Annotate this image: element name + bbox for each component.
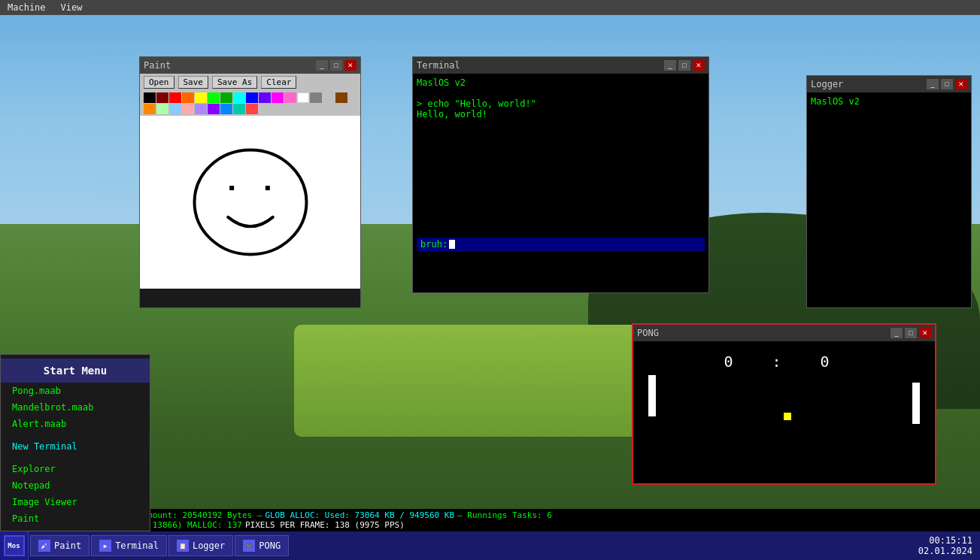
taskbar-logger-label: Logger [193,540,225,551]
color-lightgreen[interactable] [156,104,168,114]
color-orange[interactable] [182,92,194,103]
paint-taskbar-icon: 🖌 [38,540,50,552]
paint-saveas-btn[interactable]: Save As [212,76,257,89]
paint-close[interactable]: ✕ [344,60,357,71]
logger-body: MaslOS v2 [807,92,971,307]
menu-machine[interactable]: Machine [0,2,53,13]
status-tasks: – Runnings Tasks: 6 [457,510,552,520]
paint-controls: _ □ ✕ [316,60,357,71]
color-yellow[interactable] [195,92,207,103]
logger-window: Logger _ □ ✕ MaslOS v2 [806,75,972,308]
pong-score-right: 0 [821,353,845,371]
pong-ball [784,413,791,420]
color-lightorange[interactable] [144,104,156,114]
svg-rect-2 [265,186,270,190]
terminal-title: Terminal [417,60,460,71]
color-purple[interactable] [259,92,271,103]
logger-controls: _ □ ✕ [927,79,967,89]
pong-maximize[interactable]: □ [905,328,917,338]
color-red[interactable] [169,92,181,103]
paint-open-btn[interactable]: Open [144,76,174,89]
terminal-body[interactable]: MaslOS v2 > echo "Hello, world!" Hello, … [413,74,708,292]
color-brown[interactable] [335,92,347,103]
paint-maximize[interactable]: □ [330,60,342,71]
color-black[interactable] [144,92,156,103]
logger-minimize[interactable]: _ [927,79,939,89]
start-menu-pong[interactable]: Pong.maab [1,383,150,399]
color-salmon[interactable] [246,104,258,114]
logger-close[interactable]: ✕ [955,79,967,89]
terminal-prompt: bruh: [420,239,448,250]
terminal-maximize[interactable]: □ [678,60,690,71]
start-menu-divider1 [1,432,150,438]
status-glob: GLOB ALLOC: Used: 73064 KB / 949560 KB [265,510,454,520]
taskbar: Mos 🖌 Paint ▶ Terminal 📋 Logger 🎮 PONG 0… [0,531,980,560]
color-lightblue[interactable] [169,104,181,114]
logger-titlebar: Logger _ □ ✕ [807,76,971,92]
pong-minimize[interactable]: _ [890,328,903,338]
color-palette [140,91,360,116]
color-violet[interactable] [208,104,220,114]
taskbar-terminal[interactable]: ▶ Terminal [91,535,167,556]
taskbar-datetime: 00:15:11 02.01.2024 [918,535,980,556]
color-green[interactable] [220,92,232,103]
pong-score-left: 0 [724,353,748,371]
logger-taskbar-icon: 📋 [177,540,189,552]
paint-minimize[interactable]: _ [316,60,328,71]
terminal-cmd: > echo "Hello, world!" [417,98,705,109]
terminal-minimize[interactable]: _ [664,60,676,71]
start-menu-imageviewer[interactable]: Image Viewer [1,494,150,510]
paint-toolbar: Open Save Save As Clear [140,74,360,91]
pong-title: PONG [637,328,659,338]
logger-maximize[interactable]: □ [941,79,953,89]
start-menu: Start Menu Pong.maab Mandelbrot.maab Ale… [0,354,150,531]
svg-point-0 [195,150,307,254]
terminal-close[interactable]: ✕ [693,60,705,71]
pong-close[interactable]: ✕ [919,328,931,338]
paint-titlebar: Paint _ □ ✕ [140,57,360,74]
pong-taskbar-icon: 🎮 [243,540,255,552]
start-menu-notepad[interactable]: Notepad [1,477,150,494]
start-menu-mandelbrot[interactable]: Mandelbrot.maab [1,399,150,416]
terminal-cursor [449,240,455,249]
color-cyan[interactable] [233,92,245,103]
taskbar-time: 00:15:11 [918,535,972,546]
color-magenta[interactable] [272,92,284,103]
terminal-output: Hello, world! [417,109,705,120]
pong-controls: _ □ ✕ [890,328,931,338]
color-teal[interactable] [233,104,245,114]
start-menu-explorer[interactable]: Explorer [1,461,150,477]
svg-rect-1 [229,186,234,190]
color-blue[interactable] [246,92,258,103]
start-menu-alert[interactable]: Alert.maab [1,416,150,432]
color-lightpink[interactable] [182,104,194,114]
paint-clear-btn[interactable]: Clear [261,76,296,89]
start-menu-paint[interactable]: Paint [1,510,150,527]
pong-titlebar: PONG _ □ ✕ [633,325,935,341]
color-lavender[interactable] [195,104,207,114]
taskbar-paint[interactable]: 🖌 Paint [30,535,90,556]
color-white[interactable] [297,92,309,103]
start-button[interactable]: Mos [0,531,29,560]
paint-canvas[interactable] [140,116,360,289]
start-menu-newterminal[interactable]: New Terminal [1,438,150,455]
menu-view[interactable]: View [53,2,90,13]
logger-title: Logger [811,79,843,89]
color-lightgray[interactable] [323,92,335,103]
start-menu-title: Start Menu [1,359,150,383]
pong-window: PONG _ □ ✕ 0 : 0 [632,323,936,485]
terminal-input-line: bruh: [417,238,705,251]
taskbar-logger[interactable]: 📋 Logger [168,535,233,556]
status-pixels: PIXELS PER FRAME: 138 (9975 PPS) [245,520,405,530]
paint-save-btn[interactable]: Save [178,76,209,89]
terminal-window: Terminal _ □ ✕ MaslOS v2 > echo "Hello, … [412,56,709,293]
taskbar-pong[interactable]: 🎮 PONG [235,535,289,556]
start-menu-divider2 [1,455,150,461]
paint-window: Paint _ □ ✕ Open Save Save As Clear [139,56,361,308]
color-skyblue[interactable] [220,104,232,114]
terminal-taskbar-icon: ▶ [99,540,111,552]
color-lime[interactable] [208,92,220,103]
color-darkgray[interactable] [310,92,322,103]
color-darkred[interactable] [156,92,168,103]
color-pink[interactable] [284,92,296,103]
